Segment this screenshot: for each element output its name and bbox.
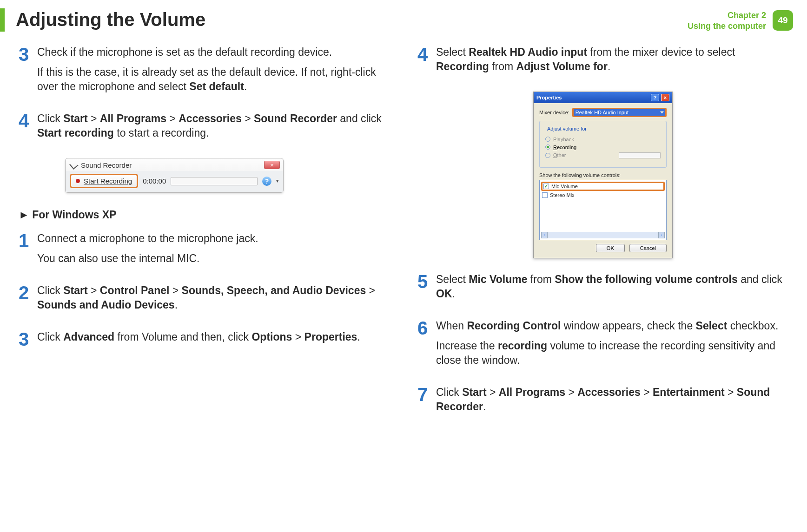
- xp-step-2: 2 Click Start > Control Panel > Sounds, …: [19, 283, 390, 318]
- list-item-label: Stereo Mix: [550, 192, 575, 198]
- volume-controls-label: Show the following volume controls:: [539, 172, 667, 178]
- cancel-button[interactable]: Cancel: [629, 244, 667, 252]
- page-title: Adjusting the Volume: [16, 8, 688, 30]
- step-body: When Recording Control window appears, c…: [436, 319, 788, 373]
- start-recording-button[interactable]: Start Recording: [70, 174, 138, 188]
- step-number: 2: [19, 283, 31, 318]
- scroll-right-button[interactable]: ›: [658, 232, 665, 238]
- right-column: 4 Select Realtek HD Audio input from the…: [417, 45, 788, 432]
- group-title: Adjust volume for: [545, 126, 589, 131]
- step-number: 6: [417, 319, 430, 373]
- step-text: Click Advanced from Volume and then, cli…: [37, 330, 360, 344]
- right-step-6: 6 When Recording Control window appears,…: [417, 319, 788, 373]
- page-number-badge: 49: [773, 10, 793, 31]
- help-button[interactable]: ?: [262, 177, 271, 186]
- checkbox-icon[interactable]: ✓: [543, 184, 549, 189]
- volume-controls-listbox[interactable]: ✓ Mic Volume Stereo Mix ‹ ›: [539, 180, 667, 240]
- chapter-label: Chapter 2 Using the computer: [688, 10, 766, 32]
- step-text: Connect a microphone to the microphone j…: [37, 231, 258, 246]
- right-step-7: 7 Click Start > All Programs > Accessori…: [417, 385, 788, 420]
- left-column: 3 Check if the microphone is set as the …: [19, 45, 390, 432]
- properties-title: Properties: [536, 95, 562, 100]
- list-item[interactable]: Stereo Mix: [541, 192, 665, 198]
- step-body: Click Start > Control Panel > Sounds, Sp…: [37, 283, 390, 318]
- step-number: 4: [19, 112, 31, 146]
- step-text: Check if the microphone is set as the de…: [37, 45, 390, 59]
- mixer-device-row: MMixer device:ixer device: Realtek HD Au…: [539, 108, 667, 117]
- step-body: Connect a microphone to the microphone j…: [37, 231, 258, 271]
- scroll-left-button[interactable]: ‹: [541, 232, 548, 238]
- step-4: 4 Click Start > All Programs > Accessori…: [19, 112, 390, 146]
- step-text: Click Start > All Programs > Accessories…: [37, 112, 390, 140]
- step-body: Click Start > All Programs > Accessories…: [436, 385, 788, 420]
- titlebar-close-button[interactable]: ×: [661, 94, 669, 101]
- close-button[interactable]: ×: [264, 161, 280, 169]
- step-body: Check if the microphone is set as the de…: [37, 45, 390, 99]
- properties-body: MMixer device:ixer device: Realtek HD Au…: [534, 103, 672, 258]
- radio-other[interactable]: Other: [545, 152, 661, 158]
- ok-button[interactable]: OK: [596, 244, 625, 252]
- properties-titlebar: Properties ? ×: [534, 92, 672, 103]
- horizontal-scrollbar[interactable]: ‹ ›: [541, 232, 665, 238]
- properties-window: Properties ? × MMixer device:ixer device…: [533, 92, 673, 258]
- mixer-device-label: MMixer device:ixer device:: [539, 110, 569, 115]
- step-text: Click Start > Control Panel > Sounds, Sp…: [37, 283, 390, 312]
- step-number: 5: [417, 272, 430, 307]
- radio-playback[interactable]: Playback: [545, 137, 661, 142]
- sr-progress-bar: [171, 177, 258, 185]
- sr-title-text: Sound Recorder: [81, 161, 132, 169]
- step-text: Click Start > All Programs > Accessories…: [436, 385, 788, 414]
- mixer-device-combo[interactable]: Realtek HD Audio Input: [572, 108, 667, 117]
- step-text: Select Realtek HD Audio input from the m…: [436, 45, 788, 74]
- other-disabled-combo: [619, 152, 661, 158]
- step-text: Select Mic Volume from Show the followin…: [436, 272, 788, 301]
- sound-recorder-window: Sound Recorder × Start Recording 0:00:00…: [65, 158, 284, 193]
- chapter-line-1: Chapter 2: [688, 10, 766, 21]
- sr-elapsed-time: 0:00:00: [143, 177, 166, 185]
- start-recording-label: Start Recording: [84, 177, 132, 185]
- step-text: When Recording Control window appears, c…: [436, 319, 788, 333]
- checkbox-icon[interactable]: [542, 192, 548, 198]
- step-number: 3: [19, 330, 31, 350]
- xp-step-1: 1 Connect a microphone to the microphone…: [19, 231, 390, 271]
- step-text: If this is the case, it is already set a…: [37, 65, 390, 94]
- sr-titlebar: Sound Recorder ×: [66, 159, 283, 171]
- page-header: Adjusting the Volume Chapter 2 Using the…: [0, 0, 807, 45]
- xp-step-3: 3 Click Advanced from Volume and then, c…: [19, 330, 390, 350]
- help-dropdown-icon[interactable]: ▾: [276, 178, 279, 184]
- step-number: 4: [417, 45, 430, 79]
- adjust-volume-group: Adjust volume for Playback Recording Oth…: [539, 121, 667, 168]
- step-3: 3 Check if the microphone is set as the …: [19, 45, 390, 99]
- record-icon: [76, 179, 80, 183]
- section-heading-xp: ► For Windows XP: [19, 209, 390, 221]
- step-body: Click Start > All Programs > Accessories…: [37, 112, 390, 146]
- step-body: Select Realtek HD Audio input from the m…: [436, 45, 788, 79]
- list-item[interactable]: ✓ Mic Volume: [541, 182, 665, 191]
- step-number: 3: [19, 45, 31, 99]
- scroll-track[interactable]: [548, 232, 658, 238]
- accent-bar: [0, 8, 5, 32]
- step-text: You can also use the internal MIC.: [37, 251, 258, 266]
- step-body: Select Mic Volume from Show the followin…: [436, 272, 788, 307]
- step-text: Increase the recording volume to increas…: [436, 339, 788, 368]
- sr-toolbar: Start Recording 0:00:00 ? ▾: [66, 171, 283, 192]
- dialog-buttons: OK Cancel: [539, 244, 667, 252]
- right-step-5: 5 Select Mic Volume from Show the follow…: [417, 272, 788, 307]
- right-step-4: 4 Select Realtek HD Audio input from the…: [417, 45, 788, 79]
- content-columns: 3 Check if the microphone is set as the …: [0, 45, 807, 432]
- microphone-icon: [69, 160, 79, 170]
- titlebar-help-button[interactable]: ?: [651, 94, 659, 101]
- header-right: Chapter 2 Using the computer 49: [688, 8, 793, 32]
- step-number: 1: [19, 231, 31, 271]
- step-body: Click Advanced from Volume and then, cli…: [37, 330, 360, 350]
- list-item-label: Mic Volume: [551, 184, 578, 189]
- radio-recording[interactable]: Recording: [545, 144, 661, 150]
- chapter-line-2: Using the computer: [688, 21, 766, 32]
- step-number: 7: [417, 385, 430, 420]
